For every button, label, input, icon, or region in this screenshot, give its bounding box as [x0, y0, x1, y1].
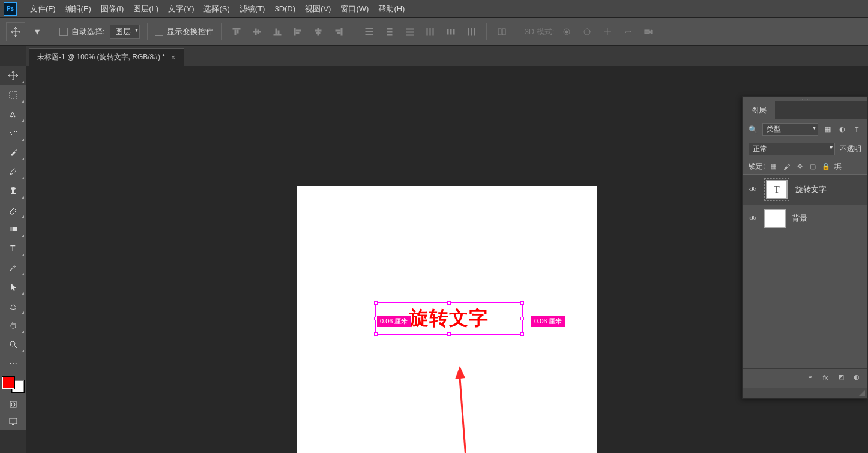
lock-image-icon[interactable]: 🖌 — [782, 162, 791, 172]
blend-mode-dropdown[interactable]: 正常 — [749, 143, 835, 155]
menu-image[interactable]: 图像(I) — [96, 4, 128, 14]
dist-right-icon[interactable] — [463, 24, 479, 40]
document-tab[interactable]: 未标题-1 @ 100% (旋转文字, RGB/8#) * × — [29, 48, 184, 66]
link-layers-icon[interactable]: ⚭ — [805, 373, 815, 382]
filter-pixel-icon[interactable]: ▦ — [823, 125, 833, 134]
menu-window[interactable]: 窗口(W) — [336, 4, 373, 14]
shape-tool[interactable] — [0, 296, 26, 316]
move-tool[interactable] — [0, 66, 26, 85]
show-transform-checkbox[interactable]: 显示变换控件 — [155, 26, 214, 37]
chevron-down-icon[interactable]: ▾ — [30, 25, 44, 39]
hand-tool[interactable] — [0, 316, 26, 335]
layer-name[interactable]: 旋转文字 — [795, 184, 827, 195]
filter-adjust-icon[interactable]: ◐ — [837, 125, 847, 134]
transform-handle[interactable] — [447, 332, 451, 336]
3d-camera-icon[interactable] — [640, 24, 656, 40]
transform-handle[interactable] — [447, 301, 451, 305]
checkbox-icon[interactable] — [59, 28, 68, 36]
menu-layer[interactable]: 图层(L) — [128, 4, 163, 14]
menu-help[interactable]: 帮助(H) — [373, 4, 409, 14]
dist-hcenter-icon[interactable] — [443, 24, 459, 40]
checkbox-icon[interactable] — [155, 28, 163, 36]
svg-rect-36 — [498, 29, 501, 35]
menu-type[interactable]: 文字(Y) — [163, 4, 199, 14]
auto-align-icon[interactable] — [494, 24, 510, 40]
layer-item[interactable]: 👁 背景 — [743, 205, 867, 232]
brush-tool[interactable] — [0, 162, 26, 181]
align-left-icon[interactable] — [290, 24, 306, 40]
menu-3d[interactable]: 3D(D) — [270, 4, 300, 13]
lock-position-icon[interactable]: ✥ — [795, 162, 804, 172]
canvas[interactable]: 旋转文字 0.06 厘米 0.06 厘米 — [297, 186, 597, 453]
svg-point-39 — [565, 31, 568, 33]
menu-edit[interactable]: 编辑(E) — [61, 4, 96, 14]
layer-item[interactable]: 👁 T 旋转文字 — [743, 174, 867, 205]
lock-all-icon[interactable]: 🔒 — [821, 162, 831, 172]
quickmask-tool[interactable] — [0, 396, 26, 413]
transform-handle[interactable] — [520, 317, 524, 320]
menu-view[interactable]: 视图(V) — [300, 4, 336, 14]
dist-vcenter-icon[interactable] — [382, 24, 397, 40]
magic-wand-tool[interactable] — [0, 124, 26, 143]
transform-handle[interactable] — [520, 301, 524, 305]
tab-layers[interactable]: 图层 — [743, 101, 775, 119]
filter-type-icon[interactable]: T — [852, 125, 861, 134]
path-selection-tool[interactable] — [0, 277, 26, 296]
layer-mask-icon[interactable]: ◩ — [836, 373, 846, 382]
adjustment-layer-icon[interactable]: ◐ — [852, 373, 861, 382]
svg-rect-35 — [474, 28, 475, 35]
auto-select-checkbox[interactable]: 自动选择: — [59, 26, 105, 37]
align-right-icon[interactable] — [331, 24, 346, 40]
color-swatch[interactable] — [2, 377, 24, 392]
more-tools[interactable]: ⋯ — [0, 354, 26, 373]
auto-select-dropdown[interactable]: 图层 — [110, 25, 140, 39]
separator — [354, 23, 354, 40]
gradient-tool[interactable] — [0, 220, 26, 239]
transform-handle[interactable] — [520, 332, 524, 336]
close-icon[interactable]: × — [171, 53, 175, 62]
panel-resize-grip[interactable] — [743, 388, 867, 398]
type-tool[interactable]: T — [0, 239, 26, 258]
search-icon[interactable]: 🔍 — [749, 125, 758, 134]
show-transform-label: 显示变换控件 — [167, 26, 214, 37]
layer-name[interactable]: 背景 — [792, 213, 807, 224]
visibility-icon[interactable]: 👁 — [747, 184, 758, 195]
menu-filter[interactable]: 滤镜(T) — [235, 4, 270, 14]
3d-pan-icon[interactable] — [600, 24, 615, 40]
menu-file[interactable]: 文件(F) — [25, 4, 61, 14]
lasso-tool[interactable] — [0, 104, 26, 124]
eraser-tool[interactable] — [0, 200, 26, 220]
lock-artboard-icon[interactable]: ▢ — [808, 162, 818, 172]
visibility-icon[interactable]: 👁 — [747, 213, 758, 224]
menu-select[interactable]: 选择(S) — [199, 4, 234, 14]
lock-transparency-icon[interactable]: ▦ — [768, 162, 778, 172]
layer-thumbnail[interactable]: T — [766, 180, 788, 199]
text-layer-content: 旋转文字 — [409, 305, 489, 332]
svg-rect-24 — [406, 29, 414, 29]
align-bottom-icon[interactable] — [270, 24, 285, 40]
dist-left-icon[interactable] — [423, 24, 438, 40]
foreground-color[interactable] — [2, 377, 14, 389]
align-top-icon[interactable] — [229, 24, 244, 40]
3d-slide-icon[interactable] — [620, 24, 636, 40]
layer-fx-icon[interactable]: fx — [821, 373, 830, 382]
screenmode-tool[interactable] — [0, 413, 26, 430]
layer-thumbnail[interactable] — [764, 209, 786, 228]
transform-handle[interactable] — [374, 301, 378, 305]
filter-type-dropdown[interactable]: 类型 — [762, 123, 818, 136]
dist-top-icon[interactable] — [361, 24, 377, 40]
align-hcenter-icon[interactable] — [310, 24, 326, 40]
panel-grip[interactable]: ⋯⋯ — [743, 97, 867, 101]
transform-handle[interactable] — [374, 332, 378, 336]
marquee-tool[interactable] — [0, 85, 26, 104]
dist-bottom-icon[interactable] — [402, 24, 418, 40]
pen-tool[interactable] — [0, 258, 26, 277]
zoom-tool[interactable] — [0, 335, 26, 354]
3d-roll-icon[interactable] — [579, 24, 595, 40]
align-vcenter-icon[interactable] — [249, 24, 265, 40]
svg-rect-18 — [366, 28, 373, 29]
svg-rect-23 — [387, 34, 392, 35]
eyedropper-tool[interactable] — [0, 143, 26, 162]
stamp-tool[interactable] — [0, 181, 26, 200]
3d-orbit-icon[interactable] — [559, 24, 574, 40]
